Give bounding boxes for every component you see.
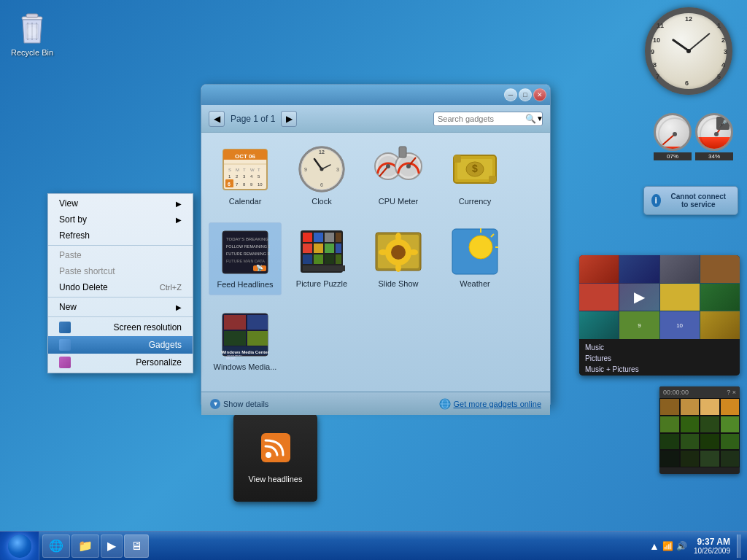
svg-rect-6 <box>26 24 38 39</box>
ctx-new-label: New <box>59 302 77 312</box>
tray-volume[interactable]: 🔊 <box>676 541 687 551</box>
media-cell-7 <box>660 284 700 311</box>
puzzle-cell-16 <box>720 450 740 467</box>
gadget-currency[interactable]: $ Currency <box>438 140 511 213</box>
dialog-toolbar: ◀ Page 1 of 1 ▶ 🔍 ▼ <box>201 105 550 133</box>
svg-text:6: 6 <box>228 182 231 187</box>
ctx-sort-by[interactable]: Sort by ▶ <box>48 211 193 228</box>
puzzle-cell-9 <box>659 433 680 451</box>
search-icon[interactable]: 🔍 <box>525 114 536 124</box>
slide-show-icon <box>373 226 424 277</box>
taskbar-ie[interactable]: 🌐 <box>42 534 70 558</box>
ctx-screen-res[interactable]: Screen resolution <box>48 319 193 336</box>
media-menu-pictures[interactable]: Pictures <box>585 353 734 364</box>
svg-text:FUTURE MAIN DATA: FUTURE MAIN DATA <box>226 259 265 263</box>
gadget-slideshow-label: Slide Show <box>378 279 418 288</box>
svg-rect-94 <box>224 315 246 330</box>
gadget-windows-media[interactable]: Movies Television Music Windows Media Ce… <box>209 306 282 378</box>
gadget-clock-label: Clock <box>311 197 332 206</box>
cpu-meter-icon <box>373 144 424 195</box>
svg-rect-95 <box>247 315 268 330</box>
svg-text:12: 12 <box>319 149 325 155</box>
taskbar: 🌐 📁 ▶ 🖥 ▲ 📶 🔊 9:37 AM 10/26/2009 <box>0 531 747 560</box>
cpu-meter-widget: 07% 🎤 34% <box>654 113 734 171</box>
ctx-view[interactable]: View ▶ <box>48 195 193 211</box>
svg-point-89 <box>469 236 492 259</box>
media-menu-music[interactable]: Music <box>585 342 734 353</box>
ram-percent-label: 34% <box>695 152 733 160</box>
svg-rect-78 <box>336 254 341 264</box>
gadget-picture-puzzle[interactable]: Picture Puzzle <box>285 222 358 295</box>
media-play-btn[interactable]: ▶ <box>619 284 659 311</box>
windows-media-icon: Movies Television Music Windows Media Ce… <box>220 309 271 360</box>
gadget-feed-headlines[interactable]: TODAY'S BREAKING DATA FOLLOW REMAINING D… <box>209 222 282 295</box>
show-desktop-button[interactable] <box>737 534 741 558</box>
svg-text:M: M <box>236 168 239 172</box>
ctx-new[interactable]: New ▶ <box>48 299 193 315</box>
rss-label: View headlines <box>249 475 303 483</box>
puzzle-cell-1 <box>659 398 680 416</box>
ctx-gadgets-icon <box>59 339 71 351</box>
gadget-slide-show[interactable]: Slide Show <box>362 222 435 295</box>
start-button[interactable] <box>0 532 39 561</box>
globe-icon <box>439 398 451 410</box>
minimize-button[interactable]: ─ <box>504 88 517 101</box>
tray-clock[interactable]: 9:37 AM 10/26/2009 <box>690 537 734 555</box>
ctx-undo[interactable]: Undo Delete Ctrl+Z <box>48 279 193 295</box>
clock-gadget-icon: 12 3 6 9 <box>296 144 347 195</box>
close-button[interactable]: ✕ <box>533 88 546 101</box>
rss-widget[interactable]: View headlines <box>233 414 317 502</box>
dialog-footer: ▾ Show details Get more gadgets online <box>201 392 550 415</box>
get-more-gadgets-link[interactable]: Get more gadgets online <box>439 398 541 410</box>
tray-network[interactable]: 📶 <box>662 541 673 551</box>
svg-rect-73 <box>325 244 334 253</box>
ctx-view-arrow: ▶ <box>176 200 182 208</box>
gadget-clock[interactable]: 12 3 6 9 Clock <box>285 140 358 213</box>
search-input[interactable] <box>438 114 525 123</box>
desktop: Recycle Bin 12 1 11 2 10 3 9 4 8 5 7 6 <box>0 0 747 560</box>
show-details-button[interactable]: ▾ Show details <box>210 399 268 409</box>
gadget-weather[interactable]: Weather <box>438 222 511 295</box>
svg-text:T: T <box>243 168 246 172</box>
ctx-refresh[interactable]: Refresh <box>48 228 193 244</box>
media-center-widget[interactable]: ▶ 9 10 Music Pictures Music + Pictures W… <box>579 255 740 376</box>
page-info: Page 1 of 1 <box>231 114 275 124</box>
maximize-button[interactable]: □ <box>519 88 532 101</box>
next-page-button[interactable]: ▶ <box>281 111 297 127</box>
ctx-gadgets[interactable]: Gadgets <box>48 336 193 354</box>
puzzle-cell-2 <box>680 398 700 416</box>
svg-rect-74 <box>336 244 341 253</box>
recycle-bin-icon[interactable]: Recycle Bin <box>7 7 57 61</box>
taskbar-remote[interactable]: 🖥 <box>124 534 149 558</box>
puzzle-cell-14 <box>680 450 700 467</box>
taskbar-explorer[interactable]: 📁 <box>71 534 99 558</box>
svg-rect-72 <box>314 244 323 253</box>
puzzle-cell-4 <box>720 398 740 416</box>
ctx-personalize[interactable]: Personalize <box>48 354 193 371</box>
puzzle-cell-6 <box>680 416 700 433</box>
svg-point-109 <box>266 452 271 458</box>
svg-point-51 <box>406 164 411 168</box>
minute-hand <box>688 33 710 52</box>
svg-rect-70 <box>336 233 341 242</box>
ctx-screen-label: Screen resolution <box>114 322 182 332</box>
svg-rect-77 <box>325 254 334 264</box>
tray-arrow[interactable]: ▲ <box>649 540 659 552</box>
taskbar-media[interactable]: ▶ <box>101 534 123 558</box>
ctx-paste-shortcut[interactable]: Paste shortcut <box>48 263 193 279</box>
svg-text:Music: Music <box>226 356 236 359</box>
ctx-refresh-label: Refresh <box>59 230 90 241</box>
puzzle-widget[interactable]: 00:00:00 ? × <box>659 386 740 474</box>
media-cell-8 <box>700 284 740 311</box>
ctx-paste[interactable]: Paste <box>48 247 193 263</box>
gadget-cpu-meter[interactable]: CPU Meter <box>362 140 435 213</box>
prev-page-button[interactable]: ◀ <box>209 111 225 127</box>
search-box[interactable]: 🔍 ▼ <box>433 112 543 126</box>
context-menu: View ▶ Sort by ▶ Refresh Paste Paste sho… <box>47 193 193 373</box>
media-cell-9 <box>579 311 619 339</box>
media-menu-music-pictures[interactable]: Music + Pictures <box>585 364 734 375</box>
gadget-calendar[interactable]: OCT 06 SM TW T 12 34 5 6 78 910 Calend <box>209 140 282 213</box>
gadget-feed-label: Feed Headlines <box>217 280 273 289</box>
svg-text:FOLLOW REMAINING DATA: FOLLOW REMAINING DATA <box>226 244 270 249</box>
search-dropdown-arrow[interactable]: ▼ <box>536 114 543 122</box>
